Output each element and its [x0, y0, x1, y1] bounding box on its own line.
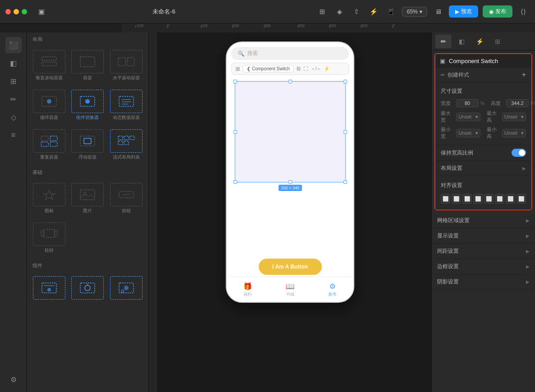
- handle-top-right[interactable]: [344, 80, 347, 83]
- comp-image[interactable]: 图片: [69, 179, 106, 217]
- chevron-icon: ▾: [521, 130, 524, 136]
- bookstore-icon: 📖: [286, 282, 295, 291]
- comp-float[interactable]: 浮动容器: [69, 126, 106, 164]
- comp-carousel[interactable]: 轮转: [31, 219, 68, 257]
- svg-point-6: [47, 99, 51, 104]
- close-button[interactable]: [5, 9, 11, 14]
- distribute-v-button[interactable]: ⬜: [517, 194, 526, 204]
- share-icon[interactable]: ⇧: [351, 5, 363, 18]
- nav-item-discount[interactable]: ⚙ 折市: [311, 282, 354, 297]
- tab-layers[interactable]: ◧: [453, 35, 470, 48]
- max-width-select[interactable]: Unset ▾: [456, 113, 480, 121]
- spacing-header[interactable]: 间距设置 ▶: [432, 244, 535, 259]
- comp-icon-item[interactable]: 图标: [31, 179, 68, 217]
- distribute-h-button[interactable]: ⬜: [506, 194, 515, 204]
- handle-bottom-mid[interactable]: [289, 180, 292, 184]
- comp-icon: [71, 129, 104, 153]
- grid-area-header[interactable]: 网格区域设置 ▶: [432, 213, 535, 228]
- handle-left-mid[interactable]: [234, 130, 237, 134]
- tab-grid[interactable]: ⊞: [489, 35, 506, 48]
- monitor-icon[interactable]: 🖥: [432, 5, 444, 18]
- sidebar-icon-cube[interactable]: ⬛: [5, 37, 22, 53]
- align-bottom-button[interactable]: ⬜: [495, 194, 504, 204]
- max-height-select[interactable]: Unset ▾: [502, 113, 526, 121]
- tab-style[interactable]: ✏: [435, 35, 452, 48]
- panel-comp-header-border: ▣ Component Switch ✏ 创建样式 + 尺寸设置 宽度 80 %: [434, 53, 532, 210]
- comp-item-1[interactable]: [31, 273, 68, 305]
- display-header[interactable]: 显示设置 ▶: [432, 228, 535, 243]
- connections-icon[interactable]: ⟨⟩: [517, 5, 530, 18]
- handle-top-left[interactable]: [234, 80, 237, 83]
- svg-marker-24: [44, 190, 55, 200]
- comp-flow-list[interactable]: 流式布局列表: [108, 126, 145, 164]
- comp-label: 重复容器: [40, 155, 58, 160]
- comp-item-3[interactable]: [108, 273, 145, 305]
- phone-comp-switch[interactable]: ❮ Component Switch: [243, 65, 294, 73]
- ruler-tick: 300: [264, 23, 271, 28]
- ruler-tick: 600: [361, 23, 368, 28]
- comp-dynamic-data[interactable]: 动态数据容器: [108, 86, 145, 124]
- right-panel: ✏ ◧ ⚡ ⊞ ▣ Component Switch ✏ 创建样式 + 尺寸设置: [431, 32, 535, 392]
- pen-icon: ✏: [441, 72, 445, 78]
- panel-tabs: ✏ ◧ ⚡ ⊞: [432, 32, 535, 50]
- sidebar-icon-layers[interactable]: ◧: [5, 55, 22, 71]
- min-height-select[interactable]: Unset ▾: [502, 129, 526, 137]
- align-title: 对齐设置: [435, 180, 531, 192]
- align-center-v-button[interactable]: ⬜: [484, 194, 493, 204]
- comp-switch[interactable]: 组件切换器: [69, 86, 106, 124]
- sidebar-icon-brush[interactable]: ✏: [5, 91, 22, 107]
- nav-item-welfare[interactable]: 🎁 福利: [227, 282, 269, 297]
- sidebar-icon-diamond[interactable]: ◇: [5, 109, 22, 125]
- preview-button[interactable]: ▶ 预览: [449, 5, 478, 18]
- handle-top-mid[interactable]: [289, 80, 292, 83]
- sidebar-icon-list[interactable]: ≡: [5, 127, 22, 143]
- comp-icon: [33, 183, 65, 206]
- align-right-button[interactable]: ⬜: [462, 194, 472, 204]
- chevron-right-icon: ▶: [526, 264, 530, 269]
- align-section: 对齐设置 ⬜ ⬜ ⬜ ⬜ ⬜ ⬜ ⬜ ⬜: [435, 176, 531, 210]
- align-left-button[interactable]: ⬜: [441, 194, 450, 204]
- comp-icon: [110, 90, 143, 113]
- phone-screen: 🔍 搜索 ⊞ ❮ Component Switch ⛓ ⛶ ＜/＞: [227, 42, 354, 302]
- comp-repeat[interactable]: 重复容器: [31, 126, 68, 164]
- layout-section-header[interactable]: 布局设置 ▶: [435, 161, 531, 176]
- handle-bottom-left[interactable]: [234, 180, 237, 184]
- zoom-button[interactable]: 65% ▾: [402, 7, 427, 17]
- add-style-button[interactable]: +: [522, 71, 526, 79]
- min-width-select[interactable]: Unset ▾: [456, 129, 480, 137]
- svg-rect-21: [130, 136, 134, 140]
- align-center-h-button[interactable]: ⬜: [452, 194, 461, 204]
- chevron-right-icon: ▶: [526, 233, 530, 238]
- comp-loop[interactable]: 循环容器: [31, 86, 68, 124]
- shadow-header[interactable]: 阴影设置 ▶: [432, 274, 535, 289]
- device-icon[interactable]: 📱: [385, 5, 397, 18]
- comp-horizontal-scroll[interactable]: 水平滚动容器: [108, 46, 145, 84]
- flash-icon[interactable]: ⚡: [368, 5, 380, 18]
- border-header[interactable]: 边框设置 ▶: [432, 259, 535, 274]
- width-input[interactable]: 80: [456, 99, 479, 107]
- comp-vertical-scroll[interactable]: 垂直滚动容器: [31, 46, 68, 84]
- sidebar-icon-grid[interactable]: ⊞: [5, 73, 22, 89]
- ruler-tick: 0: [167, 23, 169, 28]
- publish-button[interactable]: ◉ 发布: [483, 5, 512, 18]
- phone-button[interactable]: I Am A Button: [258, 259, 322, 275]
- comp-item-2[interactable]: [69, 273, 106, 305]
- align-top-button[interactable]: ⬜: [473, 194, 483, 204]
- tab-events[interactable]: ⚡: [471, 35, 488, 48]
- ruler-tick: 200: [232, 23, 239, 28]
- nav-item-bookstore[interactable]: 📖 书城: [269, 282, 311, 297]
- phone-selection-box[interactable]: 332 × 345: [235, 81, 346, 182]
- layers-icon[interactable]: ◈: [333, 5, 346, 18]
- canvas-area[interactable]: 3 → iPhone 11 Pro Max (414*896) 🔍 搜索 ⊞ ❮: [149, 32, 431, 392]
- handle-bottom-right[interactable]: [344, 180, 347, 184]
- height-input[interactable]: 344.2: [506, 99, 529, 107]
- flash-icon: ⚡: [324, 66, 329, 71]
- discount-icon: ⚙: [329, 282, 336, 291]
- aspect-ratio-toggle[interactable]: [512, 149, 526, 157]
- comp-container[interactable]: 容器: [69, 46, 106, 84]
- grid-icon[interactable]: ⊞: [316, 5, 329, 18]
- welfare-icon: 🎁: [243, 282, 252, 291]
- comp-button[interactable]: 按钮: [108, 179, 145, 217]
- handle-right-mid[interactable]: [344, 130, 347, 134]
- sidebar-icon-settings[interactable]: ⚙: [5, 371, 22, 387]
